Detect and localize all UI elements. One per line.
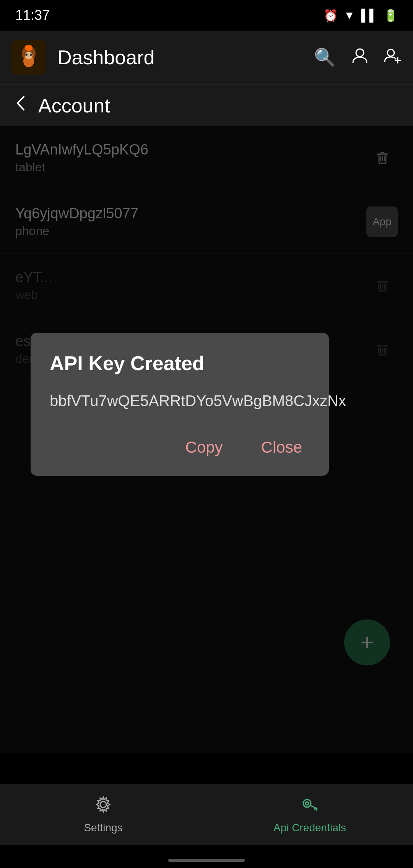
copy-button[interactable]: Copy (178, 434, 231, 460)
dialog-content: bbfVTu7wQE5ARRtDYo5VwBgBM8CJxzNx (50, 390, 310, 411)
svg-point-22 (100, 801, 106, 808)
bottom-nav: Settings Api Credentials (0, 784, 413, 845)
signal-icon: ▌▌ (361, 9, 377, 22)
secondary-bar: Account (0, 84, 413, 126)
dialog-title: API Key Created (50, 352, 310, 375)
account-icon[interactable] (351, 47, 369, 68)
app-bar: Dashboard 🔍 (0, 31, 413, 84)
svg-point-7 (387, 49, 394, 56)
home-indicator (168, 859, 245, 862)
bottom-nav-settings[interactable]: Settings (0, 795, 206, 834)
api-credentials-icon (300, 795, 319, 819)
add-user-icon[interactable] (384, 47, 402, 68)
svg-point-6 (356, 49, 364, 57)
search-icon[interactable]: 🔍 (314, 47, 336, 68)
wifi-icon: ▼ (344, 9, 355, 22)
bottom-nav-api-credentials[interactable]: Api Credentials (206, 795, 413, 834)
settings-icon (94, 795, 113, 819)
dialog-actions: Copy Close (50, 434, 310, 460)
status-bar: 11:37 ⏰ ▼ ▌▌ 🔋 (0, 0, 413, 31)
app-logo (11, 40, 46, 75)
svg-point-4 (30, 54, 32, 56)
content-area: LgVAnIwfyLQ5pKQ6 tablet Yq6yjqwDpgzl5077… (0, 126, 413, 753)
svg-point-24 (306, 802, 309, 805)
svg-point-3 (25, 54, 28, 56)
app-bar-actions: 🔍 (314, 47, 402, 68)
api-credentials-label: Api Credentials (273, 822, 346, 834)
status-time: 11:37 (15, 7, 50, 23)
api-key-dialog: API Key Created bbfVTu7wQE5ARRtDYo5VwBgB… (31, 333, 329, 476)
svg-point-23 (303, 800, 311, 807)
back-button[interactable] (11, 94, 31, 117)
close-button[interactable]: Close (254, 434, 310, 460)
settings-label: Settings (84, 822, 122, 834)
app-mascot-icon (15, 44, 42, 71)
status-icons: ⏰ ▼ ▌▌ 🔋 (324, 9, 398, 22)
battery-icon: 🔋 (384, 9, 398, 22)
app-title: Dashboard (57, 46, 302, 69)
svg-point-5 (25, 45, 33, 51)
page-title: Account (38, 94, 110, 117)
alarm-icon: ⏰ (324, 9, 338, 22)
